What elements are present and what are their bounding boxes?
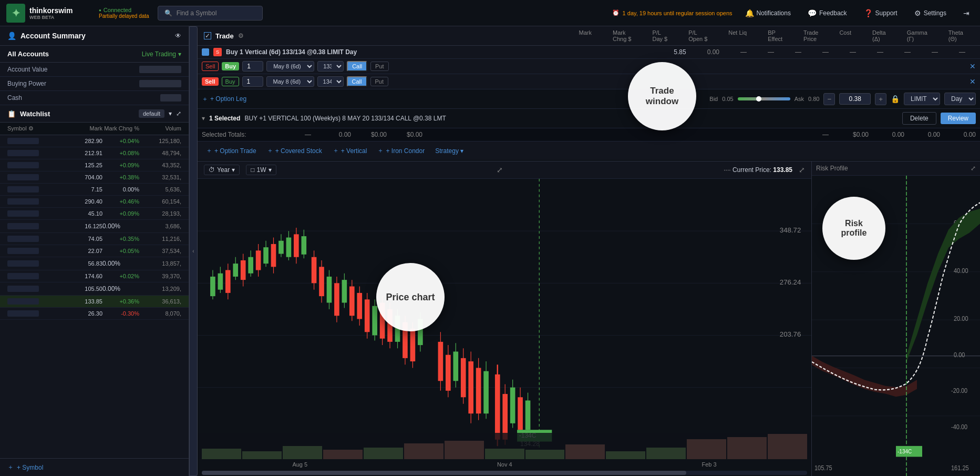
list-item[interactable]: 105.50 0.00% 13,209, — [0, 282, 189, 296]
sidebar-collapse-btn[interactable]: ‹ — [189, 26, 198, 476]
leg1-side-sell-btn[interactable]: Sell — [202, 62, 219, 71]
list-item[interactable]: 22.07 +0.05% 37,534, — [0, 245, 189, 257]
leg2-qty-input[interactable] — [242, 76, 263, 87]
review-button[interactable]: Review — [941, 113, 976, 124]
trade-gear-icon[interactable]: ⚙ — [238, 32, 244, 39]
mark-cell: 174.60 — [66, 273, 102, 279]
price-minus-btn[interactable]: − — [823, 93, 835, 105]
list-item[interactable]: 45.10 +0.09% 28,193, — [0, 208, 189, 220]
col-change: Mark Chng % — [102, 125, 139, 132]
list-item[interactable]: 704.00 +0.38% 32,531, — [0, 171, 189, 184]
chart-scrollbar[interactable] — [202, 471, 807, 475]
logout-btn[interactable]: ⇥ — [959, 7, 974, 19]
x-label-2: Nov 4 — [497, 461, 512, 468]
search-bar[interactable]: 🔍 Find a Symbol — [158, 6, 263, 21]
leg2-row: Sell Buy May 8 (6d) 134 Call Put ✕ — [198, 74, 980, 89]
time-range-label: Year — [217, 166, 230, 174]
settings-btn[interactable]: ⚙ Settings — [910, 7, 951, 19]
option-trade-btn[interactable]: ＋ + Option Trade — [202, 145, 261, 157]
mark-cell: 45.10 — [66, 210, 102, 217]
leg1-expiry-select[interactable]: May 8 (6d) — [266, 61, 314, 72]
iron-condor-btn[interactable]: ＋ + Iron Condor — [373, 145, 429, 157]
leg2-close-btn[interactable]: ✕ — [969, 77, 976, 86]
list-item[interactable]: 282.90 +0.04% 125,180, — [0, 135, 189, 147]
list-item[interactable]: 125.25 +0.09% 43,352, — [0, 159, 189, 171]
covered-stock-btn[interactable]: ＋ + Covered Stock — [263, 145, 326, 157]
symbol-cell — [7, 174, 39, 180]
add-symbol-btn[interactable]: ＋ + Symbol — [0, 458, 189, 476]
list-item[interactable]: 56.83 0.00% 13,857, — [0, 257, 189, 270]
risk-expand-btn[interactable]: ⤢ — [971, 165, 976, 172]
leg1-qty-input[interactable] — [242, 61, 263, 72]
list-item[interactable]: 212.91 +0.08% 48,794, — [0, 147, 189, 159]
support-btn[interactable]: ❓ Support — [860, 7, 902, 19]
svg-text:-40.00: -40.00 — [951, 423, 968, 431]
leg1-close-btn[interactable]: ✕ — [969, 62, 976, 70]
change-cell: +0.09% — [102, 162, 139, 168]
volume-cell: 5,636, — [139, 186, 181, 193]
x-label-1: Aug 5 — [292, 461, 307, 468]
price-slider[interactable] — [738, 97, 790, 100]
leg2-strike-select[interactable]: 134 — [317, 76, 344, 87]
chart-area: ⏱ Year ▾ □ 1W ▾ ⤢ ···· Current Price: 13… — [198, 161, 980, 476]
price-chart-svg: 348.72 276.24 203.76 — [198, 179, 811, 459]
leg2-expiry-select[interactable]: May 8 (6d) — [266, 76, 314, 87]
list-item[interactable]: 16.125 0.00% 3,686, — [0, 220, 189, 233]
col-pl-day: P/LDay $ — [652, 29, 667, 42]
symbol-cell — [7, 186, 39, 193]
session-warning-text: 1 day, 19 hours until regular session op… — [623, 10, 733, 16]
list-item[interactable]: 174.60 +0.02% 39,370, — [0, 270, 189, 282]
list-item[interactable]: 26.30 -0.30% 8,070, — [0, 308, 189, 320]
list-item[interactable]: 74.05 +0.35% 11,216, — [0, 233, 189, 245]
duration-select[interactable]: Day — [944, 93, 976, 105]
chart-toolbar: ⏱ Year ▾ □ 1W ▾ ⤢ ···· Current Price: 13… — [198, 161, 811, 179]
order-type-select[interactable]: LIMIT — [904, 93, 940, 105]
list-item[interactable]: 7.15 0.00% 5,636, — [0, 184, 189, 196]
leg2-side-sell-btn[interactable]: Sell — [202, 77, 219, 86]
price-input[interactable] — [839, 93, 871, 105]
order-icon: S — [213, 48, 222, 56]
vertical-btn[interactable]: ＋ + Vertical — [328, 145, 372, 157]
trade-checkbox[interactable]: ✓ — [204, 32, 211, 39]
dropdown-icon[interactable]: ▾ — [169, 110, 172, 117]
search-placeholder: Find a Symbol — [177, 9, 217, 17]
watchlist-rows: 282.90 +0.04% 125,180, 212.91 +0.08% 48,… — [0, 135, 189, 458]
risk-profile-chart: 60.00 40.00 20.00 0.00 -20.00 -40.00 — [812, 176, 980, 476]
expand-icon[interactable]: ▾ — [202, 115, 205, 122]
symbol-cell — [7, 260, 39, 267]
leg2-side-buy-btn[interactable]: Buy — [222, 77, 239, 86]
time-range-btn[interactable]: ⏱ Year ▾ — [204, 165, 240, 175]
volume-cell: 125,180, — [139, 138, 181, 144]
interval-btn[interactable]: □ 1W ▾ — [246, 165, 276, 175]
live-trading-selector[interactable]: Live Trading ▾ — [142, 50, 181, 58]
leg2-put-btn[interactable]: Put — [370, 77, 389, 86]
eye-icon[interactable]: 👁 — [175, 32, 181, 39]
order-checkbox[interactable] — [202, 48, 209, 56]
default-badge[interactable]: default — [139, 109, 164, 118]
volume-cell: 11,216, — [139, 236, 181, 242]
feedback-btn[interactable]: 💬 Feedback — [803, 7, 851, 19]
order-change: 0.00 — [707, 48, 719, 56]
list-item[interactable]: 290.40 +0.46% 60,154, — [0, 196, 189, 208]
price-plus-btn[interactable]: + — [875, 93, 886, 105]
chart-side-expand-btn[interactable]: ⤢ — [799, 166, 805, 174]
leg1-call-btn[interactable]: Call — [347, 61, 367, 72]
scrollbar-thumb[interactable] — [202, 471, 686, 475]
change-cell: +0.38% — [102, 174, 139, 180]
watchlist-controls: default ▾ ⤢ — [139, 109, 181, 118]
add-option-leg-btn[interactable]: ＋ + Option Leg — [202, 95, 246, 104]
expand-icon[interactable]: ⤢ — [176, 110, 181, 117]
notifications-label: Notifications — [757, 9, 791, 17]
leg1-side-buy-btn[interactable]: Buy — [222, 62, 239, 70]
notifications-btn[interactable]: 🔔 Notifications — [741, 7, 795, 19]
plus-icon3: ＋ — [333, 146, 339, 155]
leg1-put-btn[interactable]: Put — [370, 62, 389, 71]
symbol-cell — [7, 236, 39, 242]
leg2-call-btn[interactable]: Call — [347, 76, 367, 87]
leg1-strike-select[interactable]: 133 — [317, 61, 344, 72]
risk-chart-svg: 60.00 40.00 20.00 0.00 -20.00 -40.00 — [812, 176, 980, 476]
strategy-btn[interactable]: Strategy ▾ — [431, 146, 468, 156]
delete-button[interactable]: Delete — [902, 112, 936, 125]
list-item[interactable]: 133.85 +0.36% 36,613, — [0, 296, 189, 308]
chart-expand-btn[interactable]: ⤢ — [497, 166, 503, 174]
